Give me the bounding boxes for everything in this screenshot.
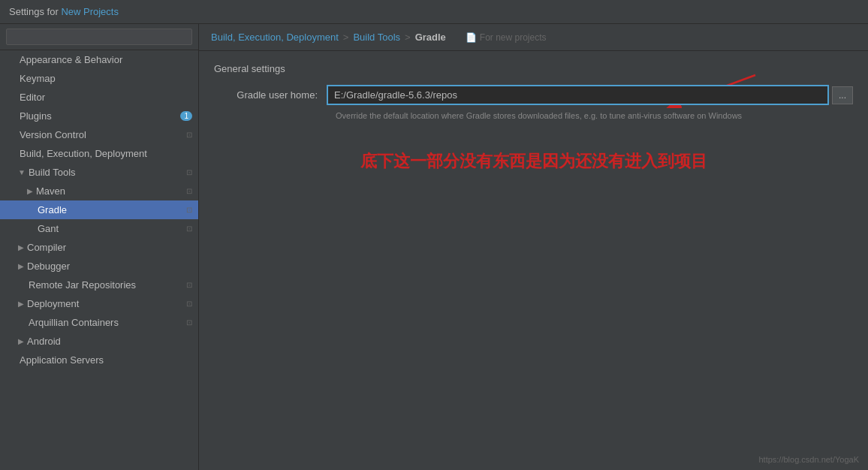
item-icon: ⊡ xyxy=(186,281,192,289)
sidebar-item-build-exec-dep[interactable]: Build, Execution, Deployment xyxy=(0,144,198,163)
sidebar-item-label: Compiler xyxy=(27,242,66,253)
sidebar-item-keymap[interactable]: Keymap xyxy=(0,69,198,88)
sidebar-item-label: Gant xyxy=(38,223,59,234)
gradle-hint: Override the default location where Grad… xyxy=(336,111,853,120)
sidebar-item-label: Appearance & Behavior xyxy=(20,54,122,65)
sidebar-item-debugger[interactable]: ▶Debugger xyxy=(0,257,198,276)
sidebar-item-label: Remote Jar Repositories xyxy=(29,279,136,291)
sidebar-item-label: Keymap xyxy=(20,73,56,84)
badge: 1 xyxy=(180,111,192,121)
sidebar-item-gant[interactable]: Gant⊡ xyxy=(0,219,198,238)
settings-content: General settings Gradle user home: xyxy=(199,51,868,470)
arrow-icon: ▶ xyxy=(27,187,33,195)
sidebar-item-label: Version Control xyxy=(20,129,86,140)
sidebar-item-label: Build Tools xyxy=(29,167,76,178)
for-new-projects: 📄 For new projects xyxy=(466,32,547,43)
sidebar-item-app-servers[interactable]: Application Servers xyxy=(0,351,198,369)
item-icon: ⊡ xyxy=(186,318,192,327)
for-new-label: For new projects xyxy=(480,32,547,43)
item-icon: ⊡ xyxy=(186,300,192,308)
gradle-home-input[interactable] xyxy=(327,85,829,105)
breadcrumb-sep1: > xyxy=(343,32,349,43)
arrow-icon: ▶ xyxy=(18,337,24,345)
sidebar-item-maven[interactable]: ▶Maven⊡ xyxy=(0,182,198,200)
item-icon: ⊡ xyxy=(186,224,192,233)
item-icon: ⊡ xyxy=(186,168,192,176)
annotation-text: 底下这一部分没有东西是因为还没有进入到项目 xyxy=(214,150,853,173)
sidebar-item-label: Deployment xyxy=(27,298,79,309)
arrow-icon: ▶ xyxy=(18,300,24,308)
sidebar-item-arquillian[interactable]: Arquillian Containers⊡ xyxy=(0,313,198,332)
gradle-home-label: Gradle user home: xyxy=(214,89,327,101)
url-label: https://blog.csdn.net/YogaK xyxy=(758,455,859,464)
sidebar-item-label: Application Servers xyxy=(20,354,104,366)
main-layout: Appearance & BehaviorKeymapEditorPlugins… xyxy=(0,24,868,470)
title-bar: Settings for New Projects xyxy=(0,0,868,24)
gradle-home-input-wrap: ... xyxy=(327,85,853,105)
sidebar-item-plugins[interactable]: Plugins1 xyxy=(0,107,198,125)
title-highlight: New Projects xyxy=(61,6,119,17)
sidebar-item-gradle[interactable]: Gradle⊡ xyxy=(0,200,198,219)
gradle-home-container: Gradle user home: ... xyxy=(214,85,853,105)
sidebar-item-build-tools[interactable]: ▼Build Tools⊡ xyxy=(0,163,198,182)
sidebar: Appearance & BehaviorKeymapEditorPlugins… xyxy=(0,24,199,470)
breadcrumb-part3: Gradle xyxy=(415,32,446,43)
item-icon: ⊡ xyxy=(186,187,192,195)
breadcrumb-sep2: > xyxy=(405,32,411,43)
item-icon: ⊡ xyxy=(186,206,192,214)
sidebar-item-editor[interactable]: Editor xyxy=(0,88,198,107)
sidebar-item-label: Gradle xyxy=(38,204,67,215)
arrow-icon: ▼ xyxy=(18,168,26,176)
arrow-icon: ▶ xyxy=(18,243,24,252)
gradle-home-row: Gradle user home: ... xyxy=(214,85,853,105)
breadcrumb: Build, Execution, Deployment > Build Too… xyxy=(199,24,868,51)
sidebar-items-container: Appearance & BehaviorKeymapEditorPlugins… xyxy=(0,50,198,369)
sidebar-item-label: Editor xyxy=(20,92,45,103)
browse-button[interactable]: ... xyxy=(832,86,853,104)
search-input[interactable] xyxy=(6,29,192,45)
sidebar-item-compiler[interactable]: ▶Compiler xyxy=(0,238,198,257)
item-icon: ⊡ xyxy=(186,131,192,139)
sidebar-search-wrap xyxy=(0,24,198,50)
sidebar-item-remote-jar[interactable]: Remote Jar Repositories⊡ xyxy=(0,276,198,294)
sidebar-item-deployment[interactable]: ▶Deployment⊡ xyxy=(0,294,198,313)
breadcrumb-part1[interactable]: Build, Execution, Deployment xyxy=(211,32,339,43)
for-new-icon: 📄 xyxy=(466,32,477,43)
sidebar-item-label: Arquillian Containers xyxy=(29,317,119,328)
sidebar-item-android[interactable]: ▶Android xyxy=(0,332,198,351)
sidebar-item-label: Maven xyxy=(36,185,65,197)
sidebar-item-label: Android xyxy=(27,336,61,347)
breadcrumb-part2[interactable]: Build Tools xyxy=(353,32,400,43)
sidebar-item-appearance[interactable]: Appearance & Behavior xyxy=(0,50,198,69)
sidebar-item-version-control[interactable]: Version Control⊡ xyxy=(0,125,198,144)
title-text: Settings for xyxy=(9,6,61,17)
arrow-icon: ▶ xyxy=(18,262,24,270)
sidebar-item-label: Build, Execution, Deployment xyxy=(20,148,147,159)
sidebar-item-label: Debugger xyxy=(27,261,70,272)
content-area: Build, Execution, Deployment > Build Too… xyxy=(199,24,868,470)
sidebar-item-label: Plugins xyxy=(20,110,52,122)
section-title: General settings xyxy=(214,63,853,74)
